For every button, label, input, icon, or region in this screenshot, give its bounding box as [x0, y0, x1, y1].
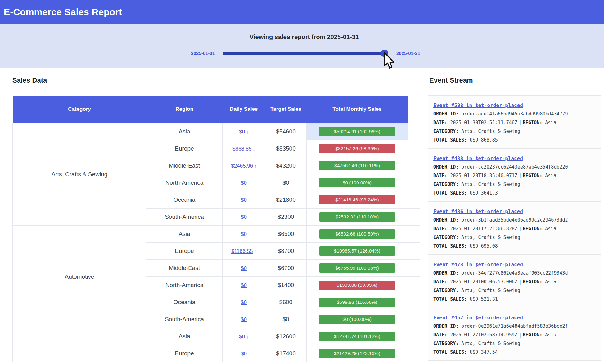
event-link[interactable]: Event #488 in $et-order-placed [433, 155, 523, 161]
target-sales-cell: $1400 [265, 277, 307, 294]
sales-table-body: Arts, Crafts & SewingAsia$0↓$54600$56214… [13, 123, 420, 362]
total-sales-label: TOTAL SALES: [433, 296, 467, 302]
spacer-cell [408, 243, 420, 260]
daily-sales-link[interactable]: $0 [239, 334, 245, 339]
daily-sales-cell: $0 [223, 209, 265, 226]
daily-sales-link[interactable]: $0 [241, 265, 247, 271]
event-link[interactable]: Event #486 in $et-order-placed [433, 209, 523, 214]
daily-sales-cell: $0↓ [223, 328, 265, 345]
spacer-cell [408, 260, 420, 277]
spacer-cell [408, 311, 420, 328]
target-sales-cell: $8700 [265, 243, 307, 260]
daily-sales-cell: $868.85↓ [223, 140, 265, 157]
order-id-label: ORDER ID: [433, 323, 458, 329]
category-value: Arts, Crafts & Sewing [461, 341, 520, 346]
spacer-header [408, 96, 420, 123]
daily-sales-cell: $1166.55↑ [223, 243, 265, 260]
daily-sales-cell: $0 [223, 311, 265, 328]
monthly-sales-cell: $82157.26 (98.39%) [307, 140, 408, 157]
daily-sales-link[interactable]: $0 [241, 317, 247, 322]
column-header-target-sales: Target Sales [265, 96, 307, 123]
table-row: Asia$0↓$12600$12741.74 (101.12%) [13, 328, 420, 345]
order-id-value: order-cc20237cc62443ee87ab4e354f8db220 [461, 164, 568, 170]
pipe-separator: | [519, 279, 521, 285]
daily-sales-cell: $0 [223, 226, 265, 243]
daily-sales-link[interactable]: $0 [241, 282, 247, 288]
monthly-sales-badge: $56214.91 (102.96%) [319, 127, 395, 136]
monthly-sales-cell: $699.93 (116.66%) [307, 294, 408, 311]
monthly-sales-badge: $1399.86 (99.99%) [319, 281, 395, 290]
date-region-line: DATE: 2025-01-28T18:35:40.071Z|REGION: A… [433, 173, 601, 179]
daily-sales-link[interactable]: $0 [239, 129, 245, 135]
event-stream-list: Event #508 in $et-order-placed ORDER ID:… [428, 95, 601, 361]
target-sales-cell: $21800 [265, 191, 307, 209]
target-sales-cell: $0 [265, 174, 307, 191]
order-id-value: order-0e2961e71a6e484abfadf583a36bce2f [461, 323, 568, 329]
trend-down-icon: ↓ [246, 129, 249, 134]
event-link[interactable]: Event #508 in $et-order-placed [433, 102, 523, 108]
category-line: CATEGORY: Arts, Crafts & Sewing [433, 182, 601, 187]
monthly-sales-cell: $12741.74 (101.12%) [307, 328, 408, 345]
total-sales-line: TOTAL SALES: USD 3641.3 [433, 190, 601, 196]
order-id-line: ORDER ID: order-cc20237cc62443ee87ab4e35… [433, 164, 601, 170]
region-cell: Middle-East [146, 260, 223, 277]
total-sales-value: USD 521.31 [470, 296, 498, 302]
daily-sales-link[interactable]: $0 [241, 197, 247, 203]
daily-sales-link[interactable]: $0 [241, 231, 247, 237]
monthly-sales-badge: $6765.99 (100.98%) [319, 263, 395, 273]
spacer-cell [408, 191, 420, 209]
daily-sales-link[interactable]: $1166.55 [231, 248, 253, 254]
column-header-daily-sales: Daily Sales [223, 96, 265, 123]
category-line: CATEGORY: Arts, Crafts & Sewing [433, 235, 601, 240]
date-region-line: DATE: 2025-01-28T17:21:06.828Z|REGION: A… [433, 226, 601, 232]
daily-sales-link[interactable]: $868.85 [232, 146, 251, 152]
daily-sales-link[interactable]: $0 [241, 351, 247, 357]
sales-table-header: Category Region Daily Sales Target Sales… [13, 96, 420, 123]
monthly-sales-cell: $0 (100.00%) [307, 311, 408, 328]
date-label: DATE: [433, 332, 447, 338]
event-link[interactable]: Event #457 in $et-order-placed [433, 315, 523, 321]
daily-sales-link[interactable]: $0 [241, 180, 247, 186]
daily-sales-cell: $0 [223, 294, 265, 311]
region-cell: North-America [146, 277, 223, 294]
spacer-cell [408, 345, 420, 362]
event-stream-heading: Event Stream [429, 76, 473, 84]
region-cell: Europe [146, 243, 223, 260]
monthly-sales-badge: $10965.57 (126.04%) [319, 246, 395, 256]
daily-sales-link[interactable]: $0 [241, 214, 247, 220]
date-value: 2025-01-27T02:58:14.959Z [450, 332, 517, 338]
target-sales-cell: $0 [265, 311, 307, 328]
event-link[interactable]: Event #473 in $et-order-placed [433, 262, 523, 267]
date-value: 2025-01-30T02:51:11.746Z [450, 120, 517, 125]
spacer-cell [408, 123, 420, 140]
pipe-separator: | [519, 173, 521, 178]
daily-sales-cell: $0 [223, 191, 265, 209]
category-label: CATEGORY: [433, 341, 458, 346]
total-sales-line: TOTAL SALES: USD 347.54 [433, 349, 601, 355]
date-label: DATE: [433, 226, 447, 231]
region-cell: Asia [146, 226, 223, 243]
table-row: AutomotiveAsia$0$6500$6532.68 (100.50%) [13, 226, 420, 243]
daily-sales-link[interactable]: $2465.96 [231, 163, 253, 169]
category-cell [13, 328, 146, 362]
category-label: CATEGORY: [433, 128, 458, 134]
top-bar: E-Commerce Sales Report [0, 0, 604, 24]
pipe-separator: | [519, 226, 521, 231]
date-label: DATE: [433, 173, 447, 178]
daily-sales-link[interactable]: $0 [241, 299, 247, 305]
monthly-sales-badge: $0 (100.00%) [319, 315, 395, 324]
order-id-line: ORDER ID: order-34ef277c862e4a3eaaf903cc… [433, 270, 601, 276]
category-cell: Automotive [13, 226, 146, 328]
order-id-value: order-3b1faad35bde4e06ad99c2c294673dd2 [461, 217, 568, 223]
date-slider-track[interactable] [223, 52, 386, 55]
trend-up-icon: ↑ [254, 249, 257, 254]
category-line: CATEGORY: Arts, Crafts & Sewing [433, 288, 601, 294]
monthly-sales-cell: $47567.46 (110.11%) [307, 157, 408, 174]
category-value: Arts, Crafts & Sewing [461, 182, 520, 187]
category-value: Arts, Crafts & Sewing [461, 128, 520, 134]
total-sales-label: TOTAL SALES: [433, 243, 467, 249]
category-label: CATEGORY: [433, 288, 458, 293]
total-sales-label: TOTAL SALES: [433, 190, 467, 196]
region-label: REGION: [523, 279, 542, 285]
monthly-sales-cell: $21429.29 (123.16%) [307, 345, 408, 362]
